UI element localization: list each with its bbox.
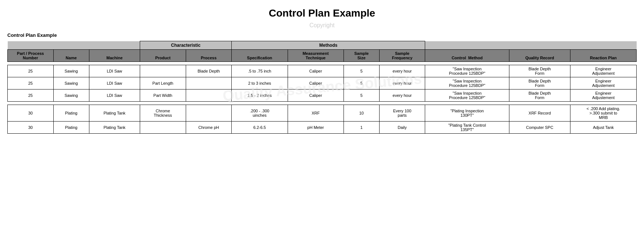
cell-measurement: XRF <box>288 105 344 122</box>
cell-sample-freq: every hour <box>379 65 425 77</box>
control-plan-table: Characteristic Methods Part / ProcessNum… <box>7 41 637 134</box>
cell-part-number: 25 <box>8 77 54 89</box>
cell-product <box>140 122 186 134</box>
col-header-sample-freq: SampleFrequency <box>379 50 425 62</box>
table-row: 25 Sawing LDI Saw Part Length 2 to 3 inc… <box>8 77 637 89</box>
cell-measurement: Caliper <box>288 77 344 89</box>
cell-sample-freq: every hour <box>379 77 425 89</box>
cell-control-method: "Saw InspectionProcedure 125BDP" <box>425 89 509 102</box>
cell-sample-size: 1 <box>344 122 379 134</box>
cell-measurement: pH Meter <box>288 122 344 134</box>
cell-machine: LDI Saw <box>89 65 140 77</box>
cell-spec: .200 - .300uinches <box>232 105 288 122</box>
cell-measurement: Caliper <box>288 89 344 102</box>
col-header-sample-size: SampleSize <box>344 50 379 62</box>
table-row: 25 Sawing LDI Saw Part Width 1.5 - 2 inc… <box>8 89 637 102</box>
cell-reaction-plan: EngineerAdjustement <box>570 65 636 77</box>
cell-quality-record: Blade DepthForm <box>509 89 570 102</box>
cell-control-method: "Saw InspectionProcedure 125BDP" <box>425 77 509 89</box>
cell-name: Plating <box>53 122 89 134</box>
cell-name: Sawing <box>53 89 89 102</box>
cell-product: Part Length <box>140 77 186 89</box>
table-row: 30 Plating Plating Tank ChromeThickness … <box>8 105 637 122</box>
cell-machine: LDI Saw <box>89 89 140 102</box>
col-header-part-process: Part / ProcessNumber <box>8 50 54 62</box>
spacer-row-2 <box>8 102 637 105</box>
copyright-watermark: Copyright <box>7 22 637 29</box>
cell-product: Part Width <box>140 89 186 102</box>
col-header-quality-record: Quality Record <box>509 50 570 62</box>
table-row: 30 Plating Plating Tank Chrome pH 6.2-6.… <box>8 122 637 134</box>
characteristic-header: Characteristic <box>140 41 231 50</box>
cell-quality-record: Blade DepthForm <box>509 77 570 89</box>
cell-product <box>140 65 186 77</box>
col-header-product: Product <box>140 50 186 62</box>
col-header-measurement: MeasurementTechnique <box>288 50 344 62</box>
cell-quality-record: XRF Record <box>509 105 570 122</box>
cell-name: Sawing <box>53 65 89 77</box>
cell-control-method: "Plating Tank Control135PT" <box>425 122 509 134</box>
cell-machine: LDI Saw <box>89 77 140 89</box>
cell-reaction-plan: Adjust Tank <box>570 122 636 134</box>
methods-header: Methods <box>232 41 425 50</box>
cell-spec: 1.5 - 2 inches <box>232 89 288 102</box>
cell-quality-record: Blade DepthForm <box>509 65 570 77</box>
cell-sample-size: 5 <box>344 89 379 102</box>
empty-header-right <box>425 41 637 50</box>
cell-machine: Plating Tank <box>89 105 140 122</box>
cell-sample-size: 5 <box>344 77 379 89</box>
col-header-reaction-plan: Reaction Plan <box>570 50 636 62</box>
cell-machine: Plating Tank <box>89 122 140 134</box>
cell-part-number: 25 <box>8 89 54 102</box>
main-header-row: Part / ProcessNumber Name Machine Produc… <box>8 50 637 62</box>
table-row: 25 Sawing LDI Saw Blade Depth .5 to .75 … <box>8 65 637 77</box>
group-header-row: Characteristic Methods <box>8 41 637 50</box>
cell-sample-freq: Every 100parts <box>379 105 425 122</box>
cell-part-number: 30 <box>8 122 54 134</box>
cell-sample-freq: Daily <box>379 122 425 134</box>
col-header-process: Process <box>186 50 232 62</box>
empty-header <box>8 41 140 50</box>
spacer-row-1 <box>8 62 637 65</box>
cell-sample-freq: every hour <box>379 89 425 102</box>
cell-reaction-plan: < .200 Add plating.>.300 submit toMRB <box>570 105 636 122</box>
cell-measurement: Caliper <box>288 65 344 77</box>
cell-spec: 2 to 3 inches <box>232 77 288 89</box>
col-header-control-method: Control Method <box>425 50 509 62</box>
cell-product: ChromeThickness <box>140 105 186 122</box>
cell-name: Sawing <box>53 77 89 89</box>
cell-reaction-plan: EngineerAdjustement <box>570 77 636 89</box>
cell-control-method: "Saw InspectionProcedure 125BDP" <box>425 65 509 77</box>
page-title: Control Plan Example <box>7 7 637 19</box>
col-header-name: Name <box>53 50 89 62</box>
cell-process: Chrome pH <box>186 122 232 134</box>
cell-process: Blade Depth <box>186 65 232 77</box>
col-header-specification: Specification <box>232 50 288 62</box>
cell-process <box>186 105 232 122</box>
cell-part-number: 25 <box>8 65 54 77</box>
cell-control-method: "Plating Inspection130PT" <box>425 105 509 122</box>
cell-sample-size: 10 <box>344 105 379 122</box>
cell-name: Plating <box>53 105 89 122</box>
col-header-machine: Machine <box>89 50 140 62</box>
cell-spec: 6.2-6.5 <box>232 122 288 134</box>
control-plan-table-wrapper: Quality Assurance Solutions Characterist… <box>7 41 637 134</box>
table-body: 25 Sawing LDI Saw Blade Depth .5 to .75 … <box>8 62 637 134</box>
cell-process <box>186 89 232 102</box>
cell-process <box>186 77 232 89</box>
cell-quality-record: Computer SPC <box>509 122 570 134</box>
cell-sample-size: 5 <box>344 65 379 77</box>
cell-reaction-plan: EngineerAdjustement <box>570 89 636 102</box>
subtitle: Control Plan Example <box>7 32 637 38</box>
cell-spec: .5 to .75 inch <box>232 65 288 77</box>
cell-part-number: 30 <box>8 105 54 122</box>
